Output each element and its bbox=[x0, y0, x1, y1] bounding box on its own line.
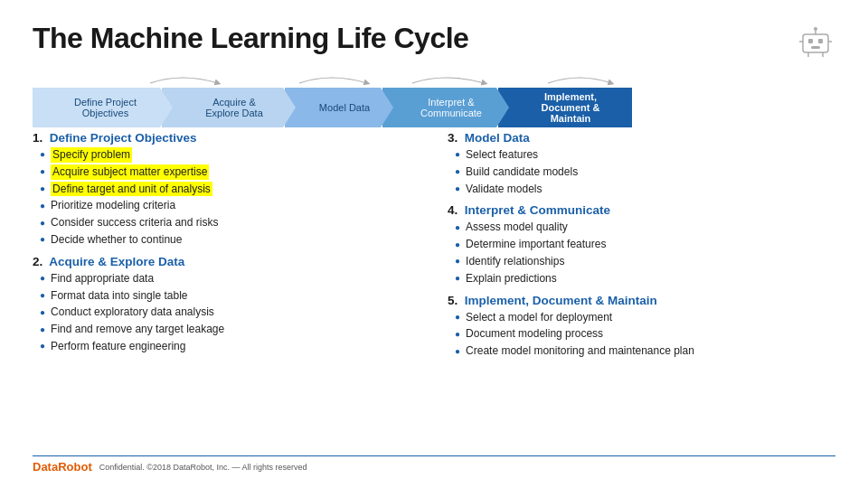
svg-rect-2 bbox=[818, 39, 823, 43]
list-item: Specify problem bbox=[40, 147, 420, 163]
footer: DataRobot Confidential. ©2018 DataRobot,… bbox=[33, 455, 835, 474]
list-item: Find appropriate data bbox=[40, 271, 420, 286]
list-item: Consider success criteria and risks bbox=[40, 215, 420, 230]
list-item: Select a model for deployment bbox=[455, 310, 835, 325]
section-4-title: Interpret & Communicate bbox=[465, 203, 610, 217]
chevron-label-1: Define ProjectObjectives bbox=[74, 97, 137, 118]
list-item: Acquire subject matter expertise bbox=[40, 164, 420, 180]
list-item: Conduct exploratory data analysis bbox=[40, 305, 420, 320]
footer-confidential: Confidential. ©2018 DataRobot, Inc. — Al… bbox=[99, 463, 307, 472]
col-right: 3. Model Data Select features Build cand… bbox=[448, 131, 835, 454]
chevron-define: Define ProjectObjectives bbox=[33, 88, 173, 127]
brand-logo: DataRobot bbox=[33, 460, 92, 474]
header: The Machine Learning Life Cycle bbox=[33, 22, 835, 61]
list-item: Assess model quality bbox=[455, 220, 835, 235]
section-3: 3. Model Data Select features Build cand… bbox=[448, 131, 835, 196]
section-1-number: 1. bbox=[33, 131, 42, 145]
section-4: 4. Interpret & Communicate Assess model … bbox=[448, 203, 835, 286]
svg-rect-1 bbox=[808, 39, 813, 43]
section-5-title: Implement, Document & Maintain bbox=[465, 294, 657, 307]
chevron-implement: Implement,Document &Maintain bbox=[498, 88, 632, 127]
section-5-list: Select a model for deployment Document m… bbox=[448, 310, 835, 359]
section-5-number: 5. bbox=[448, 294, 458, 307]
section-1-title: Define Project Objectives bbox=[50, 131, 197, 145]
section-2-list: Find appropriate data Format data into s… bbox=[33, 271, 420, 354]
list-item: Find and remove any target leakage bbox=[40, 322, 420, 337]
list-item: Document modeling process bbox=[455, 326, 835, 342]
flow-chevrons: Define ProjectObjectives Acquire &Explor… bbox=[33, 88, 835, 127]
section-1: 1. Define Project Objectives Specify pro… bbox=[33, 131, 420, 248]
section-4-list: Assess model quality Determine important… bbox=[448, 220, 835, 286]
chevron-label-3: Model Data bbox=[319, 102, 370, 113]
col-left: 1. Define Project Objectives Specify pro… bbox=[33, 131, 420, 454]
list-item: Prioritize modeling criteria bbox=[40, 198, 420, 213]
section-1-list: Specify problem Acquire subject matter e… bbox=[33, 147, 420, 248]
svg-rect-3 bbox=[811, 46, 820, 49]
list-item: Decide whether to continue bbox=[40, 232, 420, 248]
list-item: Identify relationships bbox=[455, 254, 835, 269]
list-item: Define target and unit of analysis bbox=[40, 182, 420, 197]
chevron-label-2: Acquire &Explore Data bbox=[205, 97, 263, 118]
brand-data: Data bbox=[33, 460, 58, 474]
chevron-interpret: Interpret &Communicate bbox=[382, 88, 509, 127]
page: The Machine Learning Life Cycle bbox=[0, 0, 868, 488]
chevron-label-4: Interpret &Communicate bbox=[420, 97, 482, 118]
section-2-title: Acquire & Explore Data bbox=[49, 255, 184, 268]
chevron-model: Model Data bbox=[285, 88, 393, 127]
section-3-title: Model Data bbox=[465, 131, 530, 145]
list-item: Select features bbox=[455, 147, 835, 163]
brand-robot: Robot bbox=[58, 460, 92, 474]
svg-rect-0 bbox=[803, 34, 828, 52]
section-2-number: 2. bbox=[33, 255, 42, 268]
section-2: 2. Acquire & Explore Data Find appropria… bbox=[33, 255, 420, 354]
chevron-label-5: Implement,Document &Maintain bbox=[542, 91, 600, 124]
list-item: Perform feature engineering bbox=[40, 339, 420, 354]
page-title: The Machine Learning Life Cycle bbox=[33, 22, 468, 55]
chevron-acquire: Acquire &Explore Data bbox=[162, 88, 296, 127]
flow-arrows bbox=[42, 70, 675, 87]
list-item: Build candidate models bbox=[455, 164, 835, 180]
list-item: Determine important features bbox=[455, 237, 835, 252]
list-item: Create model monitoring and maintenance … bbox=[455, 343, 835, 359]
section-4-number: 4. bbox=[448, 203, 458, 217]
section-3-number: 3. bbox=[448, 131, 458, 145]
robot-icon bbox=[796, 22, 835, 61]
content-area: 1. Define Project Objectives Specify pro… bbox=[33, 131, 835, 454]
svg-point-5 bbox=[814, 27, 817, 31]
section-5: 5. Implement, Document & Maintain Select… bbox=[448, 294, 835, 359]
section-3-list: Select features Build candidate models V… bbox=[448, 147, 835, 196]
list-item: Format data into single table bbox=[40, 288, 420, 304]
list-item: Validate models bbox=[455, 182, 835, 197]
list-item: Explain predictions bbox=[455, 271, 835, 286]
